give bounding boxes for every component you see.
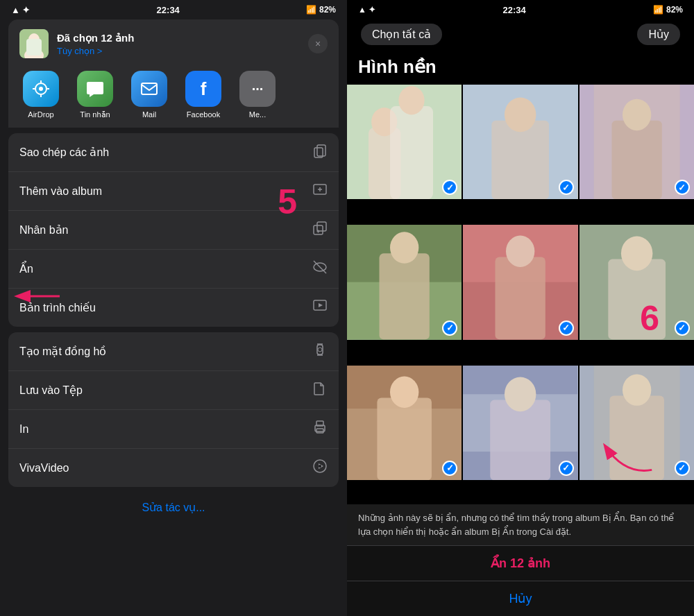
- svg-point-35: [398, 86, 424, 114]
- svg-rect-27: [316, 429, 323, 433]
- svg-rect-56: [377, 397, 432, 480]
- photo-cell-8[interactable]: ✓: [463, 366, 577, 480]
- menu-item-an[interactable]: Ẩn: [8, 250, 339, 289]
- svg-point-61: [505, 377, 536, 411]
- check-badge-8: ✓: [559, 461, 574, 476]
- signal-right-icon: ▲ ✦: [358, 5, 375, 15]
- svg-point-30: [319, 465, 321, 468]
- menu-item-ban-trinh-chieu[interactable]: Bản trình chiếu: [8, 289, 339, 327]
- menu-item-nhan-ban[interactable]: Nhân bản: [8, 211, 339, 250]
- photo-cell-5[interactable]: ✓: [463, 225, 577, 339]
- svg-point-65: [623, 374, 651, 405]
- share-title: Đã chọn 12 ảnh: [57, 32, 300, 44]
- svg-rect-34: [390, 106, 433, 199]
- status-bar-right: ▲ ✦ 22:34 📶 82%: [347, 0, 694, 19]
- svg-point-57: [390, 376, 418, 407]
- battery-left-text: 82%: [319, 5, 336, 15]
- more-label: Me...: [249, 110, 266, 119]
- app-item-facebook[interactable]: f Facebook: [179, 71, 228, 119]
- svg-point-53: [621, 237, 652, 271]
- time-left: 22:34: [157, 5, 180, 15]
- menu-item-dong-ho[interactable]: Tạo mặt đồng hồ: [8, 332, 339, 371]
- svg-rect-45: [379, 254, 429, 340]
- cancel-bottom-button[interactable]: Hủy: [347, 581, 694, 616]
- menu-item-vivavideo[interactable]: VivaVideo: [8, 449, 339, 487]
- photo-cell-9[interactable]: ✓: [579, 366, 694, 480]
- right-panel: ▲ ✦ 22:34 📶 82% Chọn tất cả Hủy Hình nền: [347, 0, 694, 616]
- airdrop-icon: [23, 71, 59, 107]
- share-subtitle[interactable]: Tùy chọn >: [57, 46, 300, 56]
- check-badge-4: ✓: [442, 320, 457, 336]
- photo-cell-4[interactable]: ✓: [347, 225, 462, 339]
- facebook-icon: f: [185, 71, 221, 107]
- menu-item-luu-tep[interactable]: Lưu vào Tệp: [8, 371, 339, 410]
- svg-marker-19: [319, 303, 323, 307]
- watch-icon: [312, 342, 328, 361]
- mail-icon: [131, 71, 167, 107]
- tinhan-label: Tin nhắn: [80, 110, 110, 119]
- svg-rect-7: [317, 145, 325, 156]
- check-badge-2: ✓: [559, 180, 574, 195]
- share-header: Đã chọn 12 ảnh Tùy chọn > ×: [8, 19, 339, 65]
- check-badge-6: ✓: [675, 320, 690, 336]
- photo-cell-3[interactable]: ✓: [579, 85, 694, 199]
- cancel-bottom-text: Hủy: [509, 592, 532, 606]
- svg-point-50: [506, 236, 534, 267]
- info-box: Những ảnh này sẽ bị ẩn, nhưng có thể tìm…: [347, 504, 694, 545]
- vivavideo-icon: [312, 459, 328, 477]
- wifi-right-icon: 📶: [653, 5, 663, 15]
- svg-rect-3: [26, 39, 42, 55]
- svg-rect-37: [492, 121, 550, 200]
- close-button[interactable]: ×: [308, 34, 328, 53]
- app-item-airdrop[interactable]: AirDrop: [17, 71, 65, 119]
- svg-rect-60: [491, 400, 551, 480]
- time-right: 22:34: [502, 5, 525, 15]
- svg-point-5: [39, 87, 43, 91]
- mail-label: Mail: [142, 110, 156, 119]
- app-item-mail[interactable]: Mail: [125, 71, 174, 119]
- photo-cell-2[interactable]: ✓: [463, 85, 577, 199]
- cancel-top-button[interactable]: Hủy: [637, 24, 680, 45]
- airdrop-label: AirDrop: [28, 110, 53, 119]
- svg-point-42: [623, 99, 651, 130]
- edit-actions[interactable]: Sửa tác vụ...: [0, 487, 347, 528]
- files-icon: [312, 381, 328, 400]
- more-icon: ···: [239, 71, 276, 107]
- hide-icon: [312, 259, 328, 278]
- duplicate-icon: [312, 221, 328, 239]
- select-all-button[interactable]: Chọn tất cả: [361, 24, 442, 45]
- section-title: Hình nền: [347, 52, 694, 85]
- app-item-tinhan[interactable]: Tin nhắn: [71, 71, 119, 119]
- app-item-more[interactable]: ··· Me...: [233, 71, 282, 119]
- menu-section-2: Tạo mặt đồng hồ Lưu vào Tệp In: [8, 332, 339, 487]
- photo-cell-1[interactable]: ✓: [347, 85, 462, 199]
- hide-confirm-button[interactable]: Ẩn 12 ảnh: [347, 545, 694, 581]
- photo-grid: ✓ ✓ ✓: [347, 85, 694, 504]
- status-bar-left: ▲ ✦ 22:34 📶 82%: [0, 0, 347, 19]
- svg-rect-41: [611, 121, 661, 200]
- app-row-container: AirDrop Tin nhắn Mail: [8, 65, 339, 128]
- menu-item-them-album[interactable]: Thêm vào album: [8, 172, 339, 211]
- hide-confirm-text: Ẩn 12 ảnh: [491, 556, 550, 570]
- left-panel: ▲ ✦ 22:34 📶 82% Đã chọn 12 ảnh Tùy chọn …: [0, 0, 347, 616]
- add-album-icon: [312, 182, 328, 200]
- photo-cell-6[interactable]: ✓: [579, 225, 694, 339]
- menu-item-in[interactable]: In: [8, 410, 339, 449]
- print-icon: [312, 420, 328, 438]
- svg-point-22: [318, 348, 322, 352]
- menu-item-sao-chep[interactable]: Sao chép các ảnh: [8, 133, 339, 172]
- svg-point-38: [505, 98, 536, 132]
- tinhan-icon: [77, 71, 113, 107]
- slideshow-icon: [312, 298, 328, 317]
- copy-icon: [312, 143, 328, 162]
- avatar: [19, 29, 49, 58]
- battery-right-text: 82%: [666, 5, 683, 15]
- svg-rect-64: [609, 395, 664, 480]
- svg-rect-12: [317, 222, 326, 231]
- app-row: AirDrop Tin nhắn Mail: [8, 71, 339, 119]
- photo-cell-7[interactable]: ✓: [347, 366, 462, 480]
- svg-point-46: [390, 232, 418, 264]
- facebook-label: Facebook: [187, 110, 220, 119]
- share-title-block: Đã chọn 12 ảnh Tùy chọn >: [57, 32, 300, 56]
- menu-section-1: Sao chép các ảnh Thêm vào album Nhân bản: [8, 133, 339, 327]
